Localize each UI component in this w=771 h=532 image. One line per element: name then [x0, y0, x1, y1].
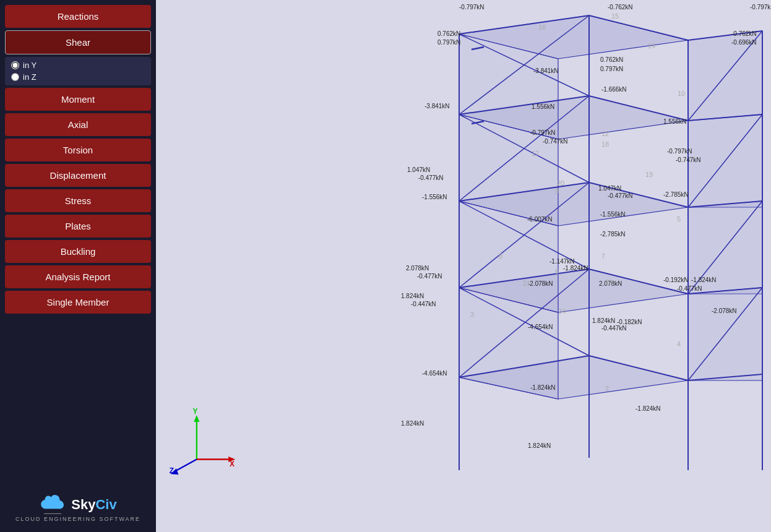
svg-text:-0.762kN: -0.762kN	[731, 30, 757, 37]
structure-canvas[interactable]: -0.797kN -0.797kN 0.762kN 0.797kN -3.841…	[156, 0, 771, 532]
svg-text:1.556kN: 1.556kN	[663, 118, 686, 125]
svg-text:-0.797kN: -0.797kN	[530, 129, 556, 136]
svg-text:1.047kN: 1.047kN	[598, 185, 621, 192]
svg-text:-3.841kN: -3.841kN	[533, 67, 559, 74]
svg-text:Y: Y	[192, 408, 197, 416]
svg-text:-1.147kN: -1.147kN	[549, 258, 575, 265]
shear-in-z-label[interactable]: in Z	[11, 72, 145, 82]
shear-in-z-radio[interactable]	[11, 73, 19, 81]
buckling-button[interactable]: Buckling	[5, 240, 151, 263]
torsion-button[interactable]: Torsion	[5, 139, 151, 161]
shear-in-y-radio[interactable]	[11, 61, 19, 69]
logo-area: SkyCiv CLOUD ENGINEERING SOFTWARE	[5, 490, 151, 527]
svg-text:9: 9	[555, 187, 559, 195]
svg-text:-3.841kN: -3.841kN	[424, 103, 450, 109]
svg-text:-2.785kN: -2.785kN	[600, 231, 626, 238]
axes-indicator: Y X Z	[168, 408, 236, 476]
svg-text:19: 19	[645, 171, 653, 178]
plates-button[interactable]: Plates	[5, 215, 151, 238]
svg-text:-2.785kN: -2.785kN	[663, 191, 689, 198]
svg-text:1.824kN: 1.824kN	[592, 317, 615, 324]
svg-text:-4.654kN: -4.654kN	[422, 370, 447, 377]
svg-text:3: 3	[470, 311, 474, 318]
svg-text:-0.182kN: -0.182kN	[617, 319, 642, 325]
svg-text:-0.696kN: -0.696kN	[731, 39, 757, 46]
stress-button[interactable]: Stress	[5, 189, 151, 212]
svg-text:22: 22	[605, 278, 613, 286]
svg-text:-1.824kN: -1.824kN	[530, 384, 556, 391]
svg-text:15: 15	[611, 12, 619, 20]
svg-text:-0.447kN: -0.447kN	[411, 301, 436, 307]
svg-text:7: 7	[601, 252, 605, 260]
svg-text:-2.078kN: -2.078kN	[712, 307, 737, 314]
svg-text:0.762kN: 0.762kN	[437, 30, 460, 37]
svg-text:1.824kN: 1.824kN	[401, 293, 424, 299]
structure-svg: -0.797kN -0.797kN 0.762kN 0.797kN -3.841…	[156, 0, 771, 532]
svg-text:1.824kN: 1.824kN	[528, 442, 551, 449]
svg-text:-0.747kN: -0.747kN	[543, 138, 568, 145]
svg-text:-0.192kN: -0.192kN	[663, 277, 689, 283]
moment-button[interactable]: Moment	[5, 88, 151, 111]
svg-text:17: 17	[532, 150, 539, 157]
svg-text:16: 16	[538, 24, 546, 31]
svg-text:-0.477kN: -0.477kN	[677, 285, 702, 292]
axial-button[interactable]: Axial	[5, 113, 151, 136]
shear-direction-group: in Y in Z	[5, 57, 151, 85]
svg-text:24: 24	[558, 307, 566, 315]
svg-text:X: X	[230, 460, 235, 468]
svg-text:-2.078kN: -2.078kN	[528, 280, 553, 287]
svg-text:1.824kN: 1.824kN	[401, 420, 424, 427]
svg-text:0.762kN: 0.762kN	[600, 56, 623, 63]
svg-text:-1.824kN: -1.824kN	[563, 265, 588, 272]
svg-text:18: 18	[601, 140, 609, 148]
svg-text:-1.556kN: -1.556kN	[600, 211, 626, 218]
shear-button[interactable]: Shear	[5, 30, 151, 54]
shear-in-y-label[interactable]: in Y	[11, 61, 145, 70]
svg-text:0.797kN: 0.797kN	[437, 39, 460, 46]
svg-text:-0.797kN: -0.797kN	[667, 148, 692, 155]
svg-text:1.047kN: 1.047kN	[407, 166, 430, 173]
analysis-report-button[interactable]: Analysis Report	[5, 265, 151, 288]
svg-text:0.797kN: 0.797kN	[600, 66, 623, 72]
svg-marker-116	[194, 415, 199, 422]
reactions-button[interactable]: Reactions	[5, 5, 151, 28]
svg-text:-1.824kN: -1.824kN	[691, 277, 717, 283]
svg-text:2.078kN: 2.078kN	[406, 265, 429, 272]
svg-text:10: 10	[678, 90, 685, 97]
svg-text:-1.824kN: -1.824kN	[635, 405, 661, 412]
svg-text:-0.477kN: -0.477kN	[608, 192, 633, 199]
displacement-button[interactable]: Displacement	[5, 164, 151, 187]
svg-text:5: 5	[677, 215, 681, 223]
logo-subtitle: CLOUD ENGINEERING SOFTWARE	[15, 516, 140, 522]
sidebar: Reactions Shear in Y in Z Moment Axial T…	[0, 0, 156, 532]
svg-text:-4.654kN: -4.654kN	[528, 324, 553, 330]
svg-text:-0.797kN: -0.797kN	[750, 4, 771, 11]
svg-text:-1.666kN: -1.666kN	[601, 86, 627, 93]
svg-text:8: 8	[499, 252, 502, 260]
main-canvas-area: -0.797kN -0.797kN 0.762kN 0.797kN -3.841…	[156, 0, 771, 532]
svg-text:4: 4	[677, 340, 681, 348]
svg-text:2: 2	[605, 385, 609, 392]
svg-text:6: 6	[555, 268, 559, 275]
skyciv-logo: SkyCiv	[39, 495, 116, 515]
svg-text:14: 14	[648, 42, 655, 49]
svg-text:-0.762kN: -0.762kN	[608, 4, 633, 11]
svg-text:-0.797kN: -0.797kN	[459, 4, 485, 11]
svg-text:-1.556kN: -1.556kN	[422, 194, 447, 200]
svg-text:20: 20	[557, 179, 564, 187]
logo-cloud-icon	[39, 495, 66, 515]
svg-text:-0.447kN: -0.447kN	[601, 325, 627, 332]
svg-text:21: 21	[523, 280, 530, 287]
svg-text:-0.747kN: -0.747kN	[676, 157, 701, 163]
svg-text:-0.477kN: -0.477kN	[418, 174, 444, 181]
svg-text:-0.477kN: -0.477kN	[417, 273, 442, 280]
svg-text:Z: Z	[170, 466, 174, 475]
single-member-button[interactable]: Single Member	[5, 291, 151, 314]
svg-text:-6.007kN: -6.007kN	[527, 216, 553, 223]
logo-brand-text: SkyCiv	[71, 497, 116, 513]
svg-text:1.556kN: 1.556kN	[532, 103, 554, 110]
svg-text:12: 12	[601, 130, 609, 137]
svg-line-121	[174, 460, 197, 472]
